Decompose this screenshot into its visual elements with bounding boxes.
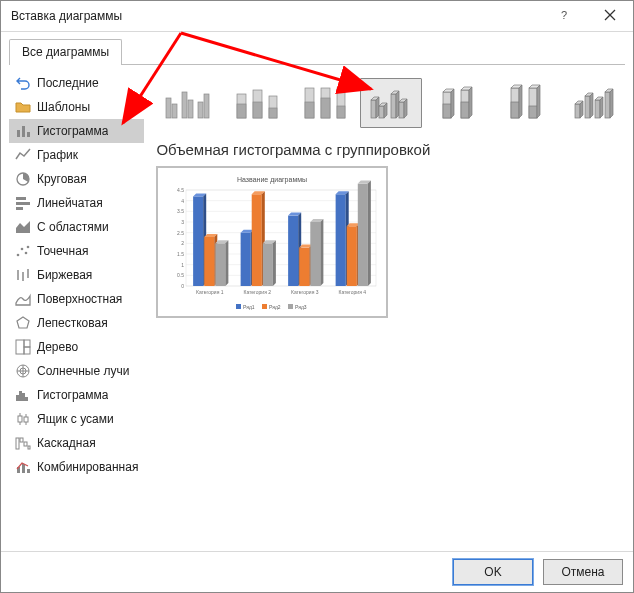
chart-preview[interactable]: Название диаграммы00.511.522.533.544.5Ка… bbox=[156, 166, 388, 318]
svg-rect-49 bbox=[237, 104, 246, 118]
svg-rect-138 bbox=[263, 243, 273, 286]
ok-button[interactable]: OK bbox=[453, 559, 533, 585]
sidebar-item-area[interactable]: С областями bbox=[9, 215, 144, 239]
svg-rect-47 bbox=[204, 94, 209, 118]
svg-rect-155 bbox=[347, 226, 357, 286]
svg-rect-8 bbox=[16, 202, 30, 205]
svg-marker-17 bbox=[17, 317, 29, 328]
sidebar-item-treemap[interactable]: Дерево bbox=[9, 335, 144, 359]
svg-point-10 bbox=[17, 254, 20, 257]
sidebar-item-label: Гистограмма bbox=[37, 124, 108, 138]
svg-rect-60 bbox=[371, 100, 376, 118]
svg-rect-166 bbox=[288, 304, 293, 309]
sidebar-item-label: Гистограмма bbox=[37, 388, 108, 402]
sidebar-item-label: Линейчатая bbox=[37, 196, 103, 210]
subtype-stacked-column[interactable] bbox=[224, 78, 286, 128]
sidebar-item-pie[interactable]: Круговая bbox=[9, 167, 144, 191]
chart-category-list: Последние Шаблоны Гистограмма График Кру bbox=[9, 65, 144, 543]
sidebar-item-stock[interactable]: Биржевая bbox=[9, 263, 144, 287]
sidebar-item-label: Последние bbox=[37, 76, 99, 90]
sidebar-item-sunburst[interactable]: Солнечные лучи bbox=[9, 359, 144, 383]
svg-text:Категория 3: Категория 3 bbox=[291, 289, 319, 295]
histogram-chart-icon bbox=[15, 387, 31, 403]
subtype-3d-stacked-column[interactable] bbox=[428, 78, 490, 128]
svg-rect-66 bbox=[391, 94, 396, 118]
svg-marker-90 bbox=[580, 101, 583, 118]
svg-rect-152 bbox=[336, 194, 346, 286]
svg-marker-62 bbox=[376, 97, 379, 118]
subtype-3d-100-stacked-column[interactable] bbox=[496, 78, 558, 128]
sidebar-item-label: Комбинированная bbox=[37, 460, 138, 474]
close-button[interactable] bbox=[587, 1, 633, 31]
svg-rect-85 bbox=[529, 106, 537, 118]
column-chart-icon bbox=[15, 123, 31, 139]
svg-rect-128 bbox=[216, 243, 226, 286]
sidebar-item-line[interactable]: График bbox=[9, 143, 144, 167]
treemap-chart-icon bbox=[15, 339, 31, 355]
help-button[interactable]: ? bbox=[541, 1, 587, 31]
sidebar-item-scatter[interactable]: Точечная bbox=[9, 239, 144, 263]
subtype-3d-column[interactable] bbox=[564, 78, 625, 128]
svg-marker-68 bbox=[396, 91, 399, 118]
svg-rect-142 bbox=[289, 216, 299, 286]
svg-rect-125 bbox=[205, 237, 215, 286]
sidebar-item-histogram[interactable]: Гистограмма bbox=[9, 383, 144, 407]
sidebar-item-waterfall[interactable]: Каскадная bbox=[9, 431, 144, 455]
svg-rect-28 bbox=[25, 397, 28, 401]
svg-rect-32 bbox=[24, 417, 28, 422]
svg-rect-44 bbox=[182, 92, 187, 118]
svg-rect-122 bbox=[194, 196, 204, 286]
svg-text:1.5: 1.5 bbox=[177, 251, 184, 257]
svg-rect-26 bbox=[19, 391, 22, 401]
svg-rect-5 bbox=[27, 132, 30, 137]
dialog-footer: OK Отмена bbox=[1, 551, 633, 592]
svg-marker-71 bbox=[404, 99, 407, 118]
svg-marker-130 bbox=[226, 240, 229, 286]
svg-rect-45 bbox=[188, 100, 193, 118]
sidebar-item-recent[interactable]: Последние bbox=[9, 71, 144, 95]
subtype-3d-clustered-column[interactable] bbox=[360, 78, 422, 128]
sidebar-item-label: Точечная bbox=[37, 244, 88, 258]
sidebar-item-label: Поверхностная bbox=[37, 292, 122, 306]
sidebar-item-combo[interactable]: Комбинированная bbox=[9, 455, 144, 479]
chart-subtype-pane: Объемная гистограмма с группировкой Назв… bbox=[144, 65, 625, 543]
svg-rect-40 bbox=[22, 464, 25, 473]
subtype-100-stacked-column[interactable] bbox=[292, 78, 354, 128]
folder-icon bbox=[15, 99, 31, 115]
subtype-title: Объемная гистограмма с группировкой bbox=[156, 141, 625, 158]
svg-rect-132 bbox=[241, 233, 251, 286]
sidebar-item-label: Дерево bbox=[37, 340, 78, 354]
svg-rect-46 bbox=[198, 102, 203, 118]
svg-marker-150 bbox=[321, 219, 324, 286]
sidebar-item-column[interactable]: Гистограмма bbox=[9, 119, 144, 143]
sidebar-item-label: Ящик с усами bbox=[37, 412, 114, 426]
sidebar-item-bar[interactable]: Линейчатая bbox=[9, 191, 144, 215]
sidebar-item-surface[interactable]: Поверхностная bbox=[9, 287, 144, 311]
undo-icon bbox=[15, 75, 31, 91]
titlebar: Вставка диаграммы ? bbox=[1, 1, 633, 32]
cancel-button-label: Отмена bbox=[561, 565, 604, 579]
sidebar-item-box-whisker[interactable]: Ящик с усами bbox=[9, 407, 144, 431]
sidebar-item-radar[interactable]: Лепестковая bbox=[9, 311, 144, 335]
tab-all-charts[interactable]: Все диаграммы bbox=[9, 39, 122, 65]
svg-text:0: 0 bbox=[182, 283, 185, 289]
sidebar-item-templates[interactable]: Шаблоны bbox=[9, 95, 144, 119]
svg-rect-51 bbox=[253, 102, 262, 118]
svg-rect-42 bbox=[166, 98, 171, 118]
pie-chart-icon bbox=[15, 171, 31, 187]
sunburst-chart-icon bbox=[15, 363, 31, 379]
help-icon: ? bbox=[558, 9, 570, 24]
subtype-clustered-column[interactable] bbox=[156, 78, 218, 128]
svg-text:2: 2 bbox=[182, 240, 185, 246]
svg-rect-63 bbox=[379, 106, 384, 118]
svg-rect-73 bbox=[443, 104, 451, 118]
sidebar-item-label: Солнечные лучи bbox=[37, 364, 129, 378]
cancel-button[interactable]: Отмена bbox=[543, 559, 623, 585]
surface-chart-icon bbox=[15, 291, 31, 307]
svg-text:?: ? bbox=[561, 9, 567, 21]
svg-text:1: 1 bbox=[182, 262, 185, 268]
svg-marker-160 bbox=[368, 181, 371, 286]
svg-point-11 bbox=[21, 248, 24, 251]
area-chart-icon bbox=[15, 219, 31, 235]
svg-rect-4 bbox=[22, 126, 25, 137]
